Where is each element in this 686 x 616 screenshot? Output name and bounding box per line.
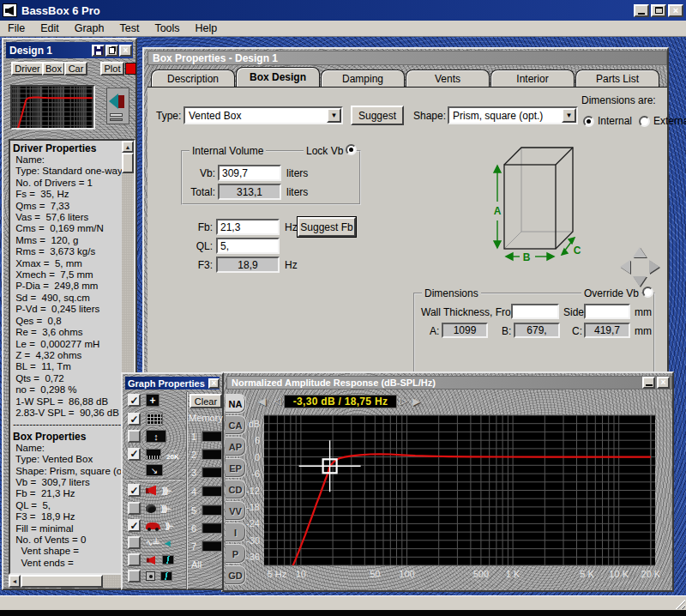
driver-property-line: Xmax = 5, mm: [13, 258, 122, 269]
scroll-left-button[interactable]: ◄: [9, 575, 21, 588]
graph-type-tab[interactable]: P: [226, 544, 246, 564]
amplifier-icon: [146, 571, 155, 581]
rotate-right-arrow[interactable]: [649, 260, 659, 274]
memory-4-swatch[interactable]: [202, 486, 222, 497]
driver-response-checkbox[interactable]: [128, 484, 141, 497]
speaker-eq-checkbox[interactable]: [128, 553, 141, 566]
graph-type-tab[interactable]: CD: [226, 480, 246, 499]
memory-3-swatch[interactable]: [202, 467, 222, 478]
tab-plot[interactable]: Plot: [100, 62, 124, 75]
suggest-button[interactable]: Suggest: [351, 106, 404, 125]
maximize-button[interactable]: [651, 4, 666, 17]
tab-parts-list[interactable]: Parts List: [575, 69, 659, 87]
menu-item[interactable]: Edit: [33, 21, 67, 36]
graph-type-tab[interactable]: EP: [226, 458, 246, 478]
dim-a-letter: A: [494, 205, 502, 217]
cursor-crosshair-checkbox[interactable]: [128, 394, 141, 407]
menu-item[interactable]: Tools: [147, 21, 187, 36]
vertical-scroll-thumb[interactable]: [122, 153, 134, 173]
amplitude-scale-checkbox[interactable]: [128, 430, 141, 443]
svg-text:-36: -36: [246, 552, 260, 562]
total-volume-field: 313,1: [218, 184, 281, 200]
amplifier-eq-checkbox[interactable]: [128, 570, 141, 583]
graph-type-tab[interactable]: I: [226, 522, 246, 542]
plot-color-swatch[interactable]: [125, 63, 136, 75]
ql-input[interactable]: 5,: [216, 238, 280, 254]
internal-radio-label[interactable]: Internal: [598, 115, 632, 127]
suggest-fb-button[interactable]: Suggest Fb: [298, 217, 356, 237]
tab-vents[interactable]: Vents: [406, 69, 490, 87]
menu-item[interactable]: Graph: [67, 21, 112, 36]
cursor-next-fast-arrow[interactable]: ►: [410, 395, 423, 408]
fb-input[interactable]: 21,3: [216, 219, 280, 235]
graph-type-tab[interactable]: CA: [226, 415, 246, 435]
save-design-button[interactable]: [92, 45, 105, 57]
close-button[interactable]: ×: [668, 4, 683, 17]
frequency-range-checkbox[interactable]: [128, 448, 141, 461]
tab-box[interactable]: Box: [42, 62, 65, 75]
passive-radiator-checkbox[interactable]: [128, 502, 141, 515]
rotate-up-arrow[interactable]: [633, 247, 647, 257]
override-vb-radio[interactable]: [642, 287, 653, 298]
vb-input[interactable]: 309,7: [218, 165, 281, 181]
close-design-button[interactable]: ×: [119, 45, 132, 57]
graph-type-tab[interactable]: VV: [226, 501, 246, 521]
frequency-range-icon: [146, 449, 161, 460]
tab-interior[interactable]: Interior: [490, 69, 575, 87]
internal-radio[interactable]: [583, 116, 594, 127]
cursor-next-arrow[interactable]: ▷: [400, 396, 406, 406]
tab-box-design[interactable]: Box Design: [236, 67, 320, 87]
menu-item[interactable]: File: [0, 21, 33, 36]
resize-grip[interactable]: [674, 598, 685, 609]
driver-speaker-icon: [146, 486, 157, 496]
trace-mode-icon[interactable]: ↘: [146, 464, 163, 476]
duplicate-design-button[interactable]: [105, 45, 118, 57]
memory-2-swatch[interactable]: [202, 449, 222, 460]
dropdown-arrow-icon[interactable]: ▼: [562, 108, 576, 123]
rotate-left-arrow[interactable]: [620, 260, 630, 274]
gp-divider: [186, 392, 188, 589]
memory-7-swatch[interactable]: [202, 541, 222, 552]
clear-memory-button[interactable]: Clear: [190, 394, 222, 408]
amplitude-response-plot[interactable]: 5 Hz10501005001 K5 K10 K20 KdB60-6-12-18…: [245, 412, 674, 583]
memory-1-swatch[interactable]: [202, 431, 222, 442]
dim-c-field: 419,7: [584, 323, 630, 338]
memory-6-swatch[interactable]: [202, 522, 222, 534]
close-graph-properties-button[interactable]: ×: [208, 378, 220, 389]
memory-5-swatch[interactable]: [202, 504, 222, 516]
box-design-content: Type: Vented Box ▼ Suggest Shape: Prism,…: [147, 87, 667, 377]
horizontal-scrollbar[interactable]: ◄ ►: [9, 575, 135, 588]
close-graph-button[interactable]: ×: [657, 377, 670, 389]
external-radio[interactable]: [639, 116, 650, 127]
menu-item[interactable]: Test: [111, 21, 147, 36]
graph-type-tab[interactable]: GD: [226, 565, 246, 585]
tab-driver[interactable]: Driver: [11, 62, 44, 75]
tab-car[interactable]: Car: [64, 62, 87, 75]
car-acoustics-checkbox[interactable]: [128, 519, 141, 532]
properties-listbox[interactable]: Driver Properties Name: Type: Standard o…: [9, 139, 135, 575]
tab-damping[interactable]: Damping: [321, 69, 405, 87]
horizontal-scroll-thumb[interactable]: [21, 575, 103, 588]
box-shape-dropdown[interactable]: Prism, square (opt.) ▼: [448, 106, 578, 124]
box-type-dropdown[interactable]: Vented Box ▼: [184, 106, 343, 124]
external-radio-label[interactable]: External: [653, 115, 686, 127]
dropdown-arrow-icon[interactable]: ▼: [327, 108, 341, 123]
grid-checkbox[interactable]: [128, 413, 141, 426]
crossover-checkbox[interactable]: [128, 536, 141, 549]
menu-item[interactable]: Help: [188, 21, 226, 36]
graph-type-tab[interactable]: NA: [226, 394, 246, 414]
rotate-down-arrow[interactable]: [633, 276, 647, 287]
graph-properties-panel: Graph Properties × + ↕ →20K ↘ )))−: [121, 372, 224, 590]
wall-front-input[interactable]: [511, 304, 559, 319]
tab-description[interactable]: Description: [151, 69, 235, 87]
graph-type-tab[interactable]: AP: [226, 437, 246, 456]
minimize-graph-button[interactable]: [642, 377, 655, 389]
lock-vb-radio[interactable]: [346, 144, 357, 155]
cursor-prev-arrow[interactable]: ◁: [274, 396, 280, 406]
minimize-button[interactable]: [634, 4, 649, 17]
cursor-prev-fast-arrow[interactable]: ◄: [256, 395, 268, 408]
memory-all-label[interactable]: All: [191, 559, 202, 570]
toggle-grid: [128, 413, 163, 426]
wall-side-input[interactable]: [584, 304, 630, 319]
scroll-up-button[interactable]: ▲: [122, 141, 134, 153]
